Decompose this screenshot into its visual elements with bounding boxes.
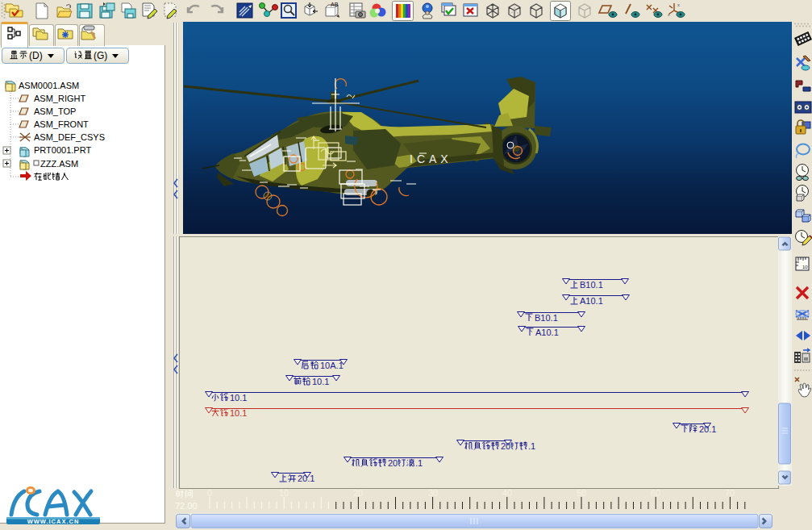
svg-text:.1: .1 [528,441,535,451]
svg-text:70: 70 [725,488,735,498]
svg-text:50: 50 [577,488,586,498]
svg-text:10.1: 10.1 [312,377,329,386]
svg-text:ASM0001.ASM: ASM0001.ASM [19,81,79,90]
svg-text:ZZZ.ASM: ZZZ.ASM [40,159,78,169]
svg-text:ASM_FRONT: ASM_FRONT [34,119,89,129]
svg-text:0: 0 [207,488,212,498]
svg-text:B10.1: B10.1 [580,280,603,290]
svg-text:30: 30 [428,488,438,498]
svg-text:20: 20 [501,441,510,451]
svg-text:20.1: 20.1 [298,474,314,483]
svg-text:40: 40 [502,488,512,498]
svg-text:72.00: 72.00 [175,501,198,511]
svg-text:20.1: 20.1 [699,424,716,434]
svg-text:.1: .1 [415,458,423,468]
svg-text:10.1: 10.1 [230,408,247,418]
svg-text:ASM_DEF_CSYS: ASM_DEF_CSYS [34,132,105,142]
svg-text:20: 20 [353,488,363,498]
svg-text:AB: AB [331,2,339,7]
svg-text:B10.1: B10.1 [535,313,558,323]
svg-text:PRT0001.PRT: PRT0001.PRT [34,145,91,155]
svg-text:ICAX: ICAX [410,152,452,165]
svg-text:x: x [677,2,680,7]
svg-text:ASM_RIGHT: ASM_RIGHT [34,94,85,103]
svg-text:A10.1: A10.1 [580,296,603,306]
svg-text:ASM_TOP: ASM_TOP [34,106,76,116]
svg-text:10: 10 [802,265,808,269]
svg-text:A10.1: A10.1 [535,328,559,337]
svg-text:60: 60 [651,488,660,498]
svg-text:10.1: 10.1 [230,393,247,403]
svg-text:20: 20 [388,458,398,468]
svg-text:z: z [668,12,670,17]
svg-text:10: 10 [279,488,289,498]
svg-text:10A.1: 10A.1 [320,361,344,370]
